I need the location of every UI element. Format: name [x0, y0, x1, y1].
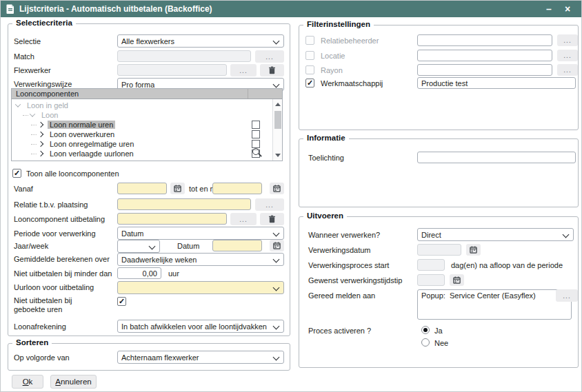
rayon-input[interactable]: [417, 64, 552, 76]
uurloon-select[interactable]: [117, 281, 284, 294]
match-browse-button[interactable]: ...: [255, 50, 284, 63]
uur-label: uur: [168, 269, 179, 278]
tree-item-loon-verlaagde-uurlonen[interactable]: Loon verlaagde uurlonen: [12, 149, 246, 158]
selectie-select[interactable]: Alle flexwerkers: [117, 34, 284, 48]
ok-button[interactable]: Ok: [12, 375, 43, 389]
magnifier-cursor-icon: [252, 148, 259, 155]
jaarweek-label: Jaar/week: [14, 242, 48, 250]
tree-connector: [31, 134, 37, 135]
toon-alle-checkbox[interactable]: ✓: [12, 169, 21, 178]
datum-calendar-button[interactable]: [270, 240, 284, 251]
relatie-input[interactable]: [117, 198, 251, 210]
op-volgorde-label: Op volgorde van: [14, 353, 70, 362]
chevron-down-icon: [273, 256, 280, 263]
informatie-group: Informatie Toelichting: [299, 138, 579, 207]
trash-icon: [268, 66, 276, 74]
tree-item-loon-normale-uren[interactable]: Loon normale uren: [12, 120, 246, 130]
tijdstip-calendar-button[interactable]: [450, 274, 464, 286]
chevron-down-icon: [273, 230, 280, 237]
tijdstip-label: Gewenst verwerkingstijdstip: [308, 276, 402, 285]
tree-connector: [31, 125, 37, 125]
verwerkingsdatum-calendar-button[interactable]: [466, 244, 481, 256]
loonafrekening-select[interactable]: In batch afwikkelen voor alle loontijdva…: [117, 320, 284, 333]
relatiebeheerder-label: Relatiebeheerder: [321, 37, 379, 45]
chevron-expanded-icon: [15, 101, 21, 107]
nee-label: Nee: [434, 339, 448, 347]
scroll-thumb[interactable]: [274, 111, 281, 129]
werkmaatschappij-checkbox[interactable]: ✓: [305, 79, 314, 87]
looncomponent-uitbetaling-browse-button[interactable]: ...: [230, 213, 257, 225]
relatie-browse-button[interactable]: ...: [255, 198, 284, 211]
match-input[interactable]: [117, 50, 251, 62]
gereed-melden-textarea[interactable]: Popup: Service Center (Easyflex): [417, 289, 572, 320]
proces-activeren-ja-radio[interactable]: [421, 326, 430, 334]
ja-label: Ja: [434, 327, 443, 335]
looncomponenten-tree: Looncomponenten Loon in geld Loon Loon n…: [11, 88, 283, 161]
lijstcriteria-dialog: Lijstcriteria - Automatisch uitbetalen (…: [0, 0, 582, 392]
niet-geboekt-checkbox[interactable]: ✓: [117, 297, 126, 306]
match-label: Match: [14, 52, 34, 61]
tot-en-met-calendar-button[interactable]: [270, 183, 284, 194]
tree-item-loon[interactable]: Loon: [12, 110, 246, 120]
verwerkingsdatum-input[interactable]: [417, 244, 461, 256]
proces-start-input[interactable]: [417, 259, 445, 271]
titlebar: Lijstcriteria - Automatisch uitbetalen (…: [1, 1, 581, 17]
relatiebeheerder-input[interactable]: [417, 34, 552, 46]
periode-select[interactable]: Datum: [117, 227, 284, 240]
tree-item-loon-overwerkuren[interactable]: Loon overwerkuren: [12, 130, 246, 139]
gereed-melden-label: Gereed melden aan: [308, 291, 375, 300]
vanaf-calendar-button[interactable]: [170, 183, 185, 194]
close-button[interactable]: ×: [561, 1, 574, 17]
tijdstip-input[interactable]: [417, 274, 445, 286]
datum-input[interactable]: [212, 240, 262, 251]
uitvoeren-legend: Uitvoeren: [303, 212, 347, 220]
tree-checkbox-loon-onregelmatige-uren[interactable]: [252, 140, 260, 148]
vanaf-input[interactable]: [117, 183, 167, 194]
flexwerker-browse-button[interactable]: ...: [230, 64, 257, 76]
niet-geboekt-label: Niet uitbetalen bij geboekte uren: [14, 296, 97, 314]
trash-icon: [268, 215, 276, 223]
flexwerker-clear-button[interactable]: [260, 64, 284, 76]
rayon-checkbox[interactable]: [305, 65, 314, 74]
scroll-up-icon[interactable]: [275, 103, 281, 106]
rayon-label: Rayon: [321, 66, 343, 74]
jaarweek-select[interactable]: [117, 240, 160, 253]
header-divider: [248, 89, 248, 99]
op-volgorde-select[interactable]: Achternaam flexwerker: [117, 351, 284, 364]
uurloon-label: Uurloon voor uitbetaling: [14, 283, 94, 291]
chevron-down-icon: [273, 38, 280, 45]
gemiddelde-select[interactable]: Daadwerkelijke weken: [117, 253, 284, 266]
relatiebeheerder-browse-button[interactable]: ...: [557, 34, 578, 46]
locatie-input[interactable]: [417, 50, 552, 61]
relatiebeheerder-checkbox[interactable]: [305, 36, 314, 45]
chevron-down-icon: [273, 81, 280, 88]
locatie-checkbox[interactable]: [305, 51, 314, 60]
annuleren-button[interactable]: Annuleren: [50, 375, 97, 389]
tree-scrollbar[interactable]: [272, 99, 282, 161]
toelichting-input[interactable]: [417, 152, 576, 163]
wanneer-select[interactable]: Direct: [417, 228, 574, 241]
tree-checkbox-loon-overwerkuren[interactable]: [252, 130, 260, 138]
filterinstellingen-group: Filterinstellingen Relatiebeheerder ... …: [299, 25, 579, 130]
tree-item-loon-onregelmatige-uren[interactable]: Loon onregelmatige uren: [12, 139, 246, 149]
werkmaatschappij-input[interactable]: [417, 77, 576, 89]
gereed-melden-browse-button[interactable]: ...: [556, 289, 578, 302]
looncomponent-uitbetaling-clear-button[interactable]: [260, 213, 284, 225]
minimize-button[interactable]: –: [542, 1, 556, 17]
document-icon: [6, 4, 14, 14]
tot-en-met-input[interactable]: [212, 183, 262, 194]
window-title: Lijstcriteria - Automatisch uitbetalen (…: [19, 4, 537, 14]
tree-item-loon-in-geld[interactable]: Loon in geld: [12, 101, 246, 110]
chevron-down-icon: [563, 231, 570, 238]
werkmaatschappij-label: Werkmaatschappij: [321, 79, 383, 87]
flexwerker-input[interactable]: [117, 64, 227, 76]
proces-start-suffix-label: dag(en) na afloop van de periode: [451, 261, 563, 269]
niet-minder-input[interactable]: [117, 267, 161, 279]
locatie-browse-button[interactable]: ...: [557, 50, 578, 61]
looncomponent-uitbetaling-input[interactable]: [117, 213, 227, 225]
chevron-collapsed-icon: [38, 132, 43, 137]
proces-activeren-nee-radio[interactable]: [421, 338, 430, 347]
tree-checkbox-loon-normale-uren[interactable]: [252, 121, 260, 129]
scroll-down-icon[interactable]: [275, 154, 281, 157]
rayon-browse-button[interactable]: ...: [557, 64, 578, 76]
